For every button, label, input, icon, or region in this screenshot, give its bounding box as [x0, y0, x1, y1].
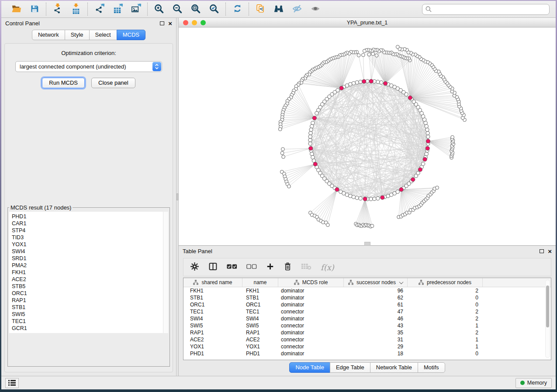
close-panel-button[interactable]: Close panel [91, 78, 135, 88]
column-header-MCDS-role[interactable]: MCDS role [278, 278, 344, 287]
table-row[interactable]: YOX1YOX1connector291 [183, 343, 551, 350]
table-row[interactable]: SWI5SWI5connector431 [183, 322, 551, 329]
export-table-button[interactable] [111, 3, 125, 16]
float-panel-icon[interactable] [160, 21, 164, 25]
binoculars-button[interactable] [272, 3, 286, 16]
table-tab-network-table[interactable]: Network Table [370, 362, 418, 373]
add-button[interactable] [266, 262, 274, 272]
column-header-shared-name[interactable]: shared name [183, 278, 242, 287]
close-table-panel-icon[interactable]: × [548, 249, 552, 254]
table-row[interactable]: ORC1ORC1dominator610 [183, 301, 551, 308]
table-row[interactable]: RAP1RAP1dominator352 [183, 329, 551, 336]
tab-select[interactable]: Select [89, 30, 117, 40]
mcds-result-item[interactable]: TID3 [12, 234, 166, 241]
mcds-result-item[interactable]: STB5 [12, 283, 166, 290]
table-row[interactable]: SWI4SWI4dominator462 [183, 315, 551, 322]
eye-button[interactable] [308, 3, 322, 16]
save-button[interactable] [28, 3, 42, 16]
trash-button[interactable] [284, 262, 292, 272]
search-input[interactable] [422, 4, 550, 15]
close-window-traffic-light[interactable] [183, 20, 188, 25]
network-graph[interactable] [179, 28, 556, 245]
dominator-node[interactable] [312, 116, 316, 120]
mcds-result-list[interactable]: PHD1CAR1STP4TID3YOX1SWI4SRD1PMA2FKH1ACE2… [9, 212, 168, 333]
task-history-button[interactable] [5, 378, 19, 388]
zoom-in-button[interactable] [152, 3, 166, 16]
mcds-result-item[interactable]: ORC1 [12, 290, 166, 297]
horizontal-splitter-handle[interactable] [364, 242, 370, 246]
mcds-result-item[interactable]: TEC1 [12, 318, 166, 325]
table-row[interactable]: FKH1FKH1dominator962 [183, 287, 551, 294]
dominator-node[interactable] [426, 139, 430, 143]
maximize-window-traffic-light[interactable] [201, 20, 206, 25]
run-mcds-button[interactable]: Run MCDS [42, 78, 85, 88]
table-tab-motifs[interactable]: Motifs [418, 362, 445, 373]
mcds-result-item[interactable]: SRD1 [12, 255, 166, 262]
optimization-dropdown[interactable]: largest connected component (undirected) [15, 61, 162, 72]
table-row[interactable]: ACE2ACE2connector311 [183, 336, 551, 343]
checkboxes-unchecked-button[interactable] [246, 264, 257, 271]
dominator-node[interactable] [423, 157, 427, 161]
zoom-selected-button[interactable] [207, 3, 221, 16]
mcds-result-item[interactable]: PHD1 [12, 213, 166, 220]
split-columns-button[interactable] [208, 262, 218, 272]
minimize-window-traffic-light[interactable] [192, 20, 197, 25]
mcds-result-item[interactable]: CAR1 [12, 220, 166, 227]
close-panel-icon[interactable]: × [168, 21, 172, 26]
tab-network[interactable]: Network [32, 30, 65, 40]
dominator-node[interactable] [418, 168, 422, 172]
zoom-out-button[interactable] [170, 3, 184, 16]
table-row[interactable]: STB1STB1dominator620 [183, 294, 551, 301]
dominator-node[interactable] [369, 79, 373, 83]
mcds-result-item[interactable]: SWI5 [12, 311, 166, 318]
column-header-name[interactable]: name [242, 278, 278, 287]
mcds-result-item[interactable]: ACE2 [12, 276, 166, 283]
memory-button[interactable]: Memory [515, 378, 552, 388]
export-image-button[interactable] [129, 3, 143, 16]
table-scrollbar-thumb[interactable] [546, 285, 549, 327]
dominator-node[interactable] [362, 79, 366, 83]
result-scrollbar[interactable] [163, 212, 168, 333]
mcds-result-item[interactable]: STP4 [12, 227, 166, 234]
dominator-node[interactable] [313, 162, 317, 166]
import-table-button[interactable] [69, 3, 83, 16]
dominator-node[interactable] [384, 82, 387, 86]
dominator-node[interactable] [399, 188, 403, 192]
refresh-button[interactable] [230, 3, 244, 16]
table-scrollbar[interactable] [545, 280, 550, 358]
mcds-result-item[interactable]: STB1 [12, 304, 166, 311]
table-tab-edge-table[interactable]: Edge Table [330, 362, 370, 373]
dominator-node[interactable] [426, 146, 429, 150]
share-document-button[interactable] [253, 3, 267, 16]
column-header-successor-nodes[interactable]: successor nodes [344, 278, 408, 287]
checkboxes-checked-button[interactable] [227, 264, 237, 271]
dominator-node[interactable] [309, 146, 313, 150]
dominator-node[interactable] [381, 196, 384, 199]
export-network-button[interactable] [92, 3, 106, 16]
table-row[interactable]: PHD1PHD1dominator180 [183, 350, 551, 357]
dominator-node[interactable] [411, 178, 415, 182]
column-header-predecessor-nodes[interactable]: predecessor nodes [408, 278, 483, 287]
gear-button[interactable] [190, 262, 199, 272]
dominator-node[interactable] [339, 86, 343, 90]
mcds-result-item[interactable]: RAP1 [12, 297, 166, 304]
dominator-node[interactable] [408, 96, 412, 100]
vertical-splitter-handle[interactable] [176, 193, 178, 200]
zoom-fit-button[interactable] [189, 3, 203, 16]
dominator-node[interactable] [363, 197, 367, 201]
open-folder-button[interactable] [9, 3, 23, 16]
dominator-node[interactable] [335, 188, 339, 192]
import-network-button[interactable] [51, 3, 65, 16]
network-window-titlebar[interactable]: YPA_prune.txt_1 [179, 18, 556, 28]
mcds-result-item[interactable]: PMA2 [12, 262, 166, 269]
network-canvas[interactable] [179, 28, 556, 245]
table-tab-node-table[interactable]: Node Table [289, 362, 330, 373]
float-table-panel-icon[interactable] [540, 249, 544, 253]
mcds-result-item[interactable]: FKH1 [12, 269, 166, 276]
eye-slash-button[interactable] [290, 3, 304, 16]
tab-style[interactable]: Style [65, 30, 90, 40]
mcds-result-item[interactable]: SWI4 [12, 248, 166, 255]
tab-mcds[interactable]: MCDS [117, 30, 145, 40]
mcds-result-item[interactable]: YOX1 [12, 241, 166, 248]
table-row[interactable]: TEC1TEC1connector472 [183, 308, 551, 315]
